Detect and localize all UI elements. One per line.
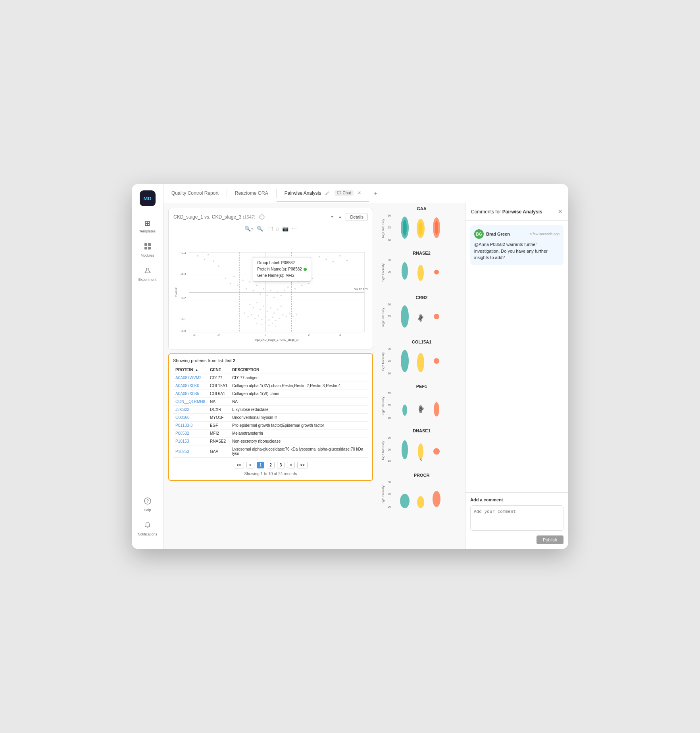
comment-user-name: Brad Green	[486, 232, 510, 236]
more-icon[interactable]: ⋯	[292, 226, 297, 232]
violin-procr: PROCR log2 Intensity 30 25 20	[381, 473, 462, 511]
sidebar-item-help[interactable]: ? Help	[134, 494, 161, 515]
svg-text:30: 30	[388, 347, 391, 350]
home-icon[interactable]: ⌂	[276, 226, 279, 232]
edit-icon[interactable]	[325, 191, 330, 196]
table-header-text: Showing proteins from list: list 2	[173, 358, 368, 363]
svg-text:25: 25	[388, 271, 391, 273]
svg-text:20: 20	[388, 372, 391, 375]
svg-point-84	[261, 319, 263, 320]
pagination-next[interactable]: >	[287, 462, 295, 468]
svg-point-35	[204, 259, 206, 260]
svg-point-56	[270, 290, 271, 292]
pagination-page-1[interactable]: 1	[257, 462, 265, 468]
sort-protein-icon[interactable]: ▲	[195, 368, 198, 372]
sidebar-item-modules[interactable]: Modules	[134, 240, 161, 261]
comments-spacer	[465, 270, 568, 493]
svg-point-54	[263, 288, 265, 290]
svg-text:0: 0	[265, 334, 266, 336]
protein-cell[interactable]: P01133-3	[173, 422, 208, 430]
main-content: Quality Control Report Reactome ORA Pair…	[163, 184, 568, 549]
svg-point-57	[273, 297, 275, 298]
tab-close-pairwise[interactable]: ✕	[358, 190, 361, 196]
zoom-in-icon[interactable]: 🔍+	[244, 226, 254, 232]
zoom-out-icon[interactable]: 🔍-	[257, 226, 265, 232]
comments-close-button[interactable]: ✕	[558, 208, 563, 215]
violin-col15a1: COL15A1 log2 Intensity 30 25 20	[381, 340, 462, 378]
violin-procr-title: PROCR	[381, 473, 462, 478]
tabs-bar: Quality Control Report Reactome ORA Pair…	[163, 184, 568, 203]
svg-point-153	[417, 496, 424, 508]
experiment-icon	[144, 267, 151, 276]
protein-cell[interactable]: O00160	[173, 414, 208, 422]
volcano-plot: 1e-4 1e-3 1e-2 1e-1 1e-0 P-Value	[173, 233, 368, 344]
svg-text:20: 20	[388, 239, 391, 242]
description-cell: Non-secretory ribonuclease	[230, 437, 368, 445]
pagination-page-2[interactable]: 2	[267, 462, 275, 468]
svg-point-100	[275, 326, 277, 327]
sort-up-icon[interactable]	[338, 215, 342, 219]
publish-button[interactable]: Publish	[537, 535, 563, 544]
protein-cell[interactable]: P08582	[173, 430, 208, 437]
protein-cell[interactable]: A0A087X0K0	[173, 382, 208, 390]
violin-dnase1-ylabel: log2 Intensity	[381, 441, 385, 460]
protein-cell[interactable]: J3KS22	[173, 406, 208, 414]
crosshair-icon[interactable]	[259, 214, 265, 220]
gene-cell: GAA	[208, 445, 230, 458]
select-icon[interactable]: ⬚	[268, 226, 273, 232]
protein-cell[interactable]: P10153	[173, 437, 208, 445]
tab-quality-control[interactable]: Quality Control Report	[163, 185, 227, 202]
violin-rnase2: RNASE2 log2 Intensity 30 25	[381, 251, 462, 289]
volcano-header: CKD_stage_1 vs. CKD_stage_3 (1547)	[173, 213, 368, 221]
sort-down-icon[interactable]	[330, 215, 335, 219]
tab-reactome[interactable]: Reactome ORA	[227, 185, 276, 202]
camera-icon[interactable]: 📷	[282, 226, 288, 232]
tab-pairwise[interactable]: Pairwise Analysis Chat ✕	[277, 184, 369, 202]
protein-cell[interactable]: P10253	[173, 445, 208, 458]
pagination-last[interactable]: >>	[297, 462, 308, 468]
svg-point-96	[261, 324, 263, 325]
chat-badge[interactable]: Chat	[335, 190, 353, 196]
svg-point-116	[434, 270, 439, 274]
sidebar-item-notifications[interactable]: Notifications	[134, 518, 161, 539]
svg-rect-1	[148, 243, 151, 246]
sidebar-item-templates[interactable]: ⊞ Templates	[134, 216, 161, 236]
add-comment-input[interactable]	[470, 505, 563, 531]
svg-text:15: 15	[388, 404, 391, 407]
details-button[interactable]: Details	[346, 213, 368, 221]
gene-cell: DCXR	[208, 406, 230, 414]
description-cell: Lysosomal alpha-glucosidase;76 kDa lysos…	[230, 445, 368, 458]
col-protein[interactable]: PROTEIN ▲	[173, 366, 208, 374]
svg-point-42	[339, 255, 341, 257]
violin-rnase2-svg: 30 25	[385, 257, 448, 289]
svg-text:30: 30	[388, 436, 391, 439]
svg-point-140	[434, 402, 439, 416]
svg-text:P-Value: P-Value	[175, 287, 177, 297]
svg-text:10: 10	[388, 416, 391, 419]
sidebar-nav: ⊞ Templates Modules	[134, 216, 161, 494]
tab-add-button[interactable]: +	[369, 184, 382, 203]
protein-cell[interactable]: CON__Q1RMN8	[173, 398, 208, 406]
tooltip-dot	[304, 268, 307, 271]
violin-dnase1-title: DNASE1	[381, 428, 462, 433]
comment-time: a few seconds ago	[530, 232, 560, 236]
svg-point-41	[333, 261, 334, 263]
sidebar-item-experiment-label: Experiment	[138, 278, 157, 282]
col-gene[interactable]: GENE	[208, 366, 230, 374]
protein-cell[interactable]: A0A087WVM2	[173, 374, 208, 382]
svg-point-52	[256, 285, 258, 286]
pagination-prev[interactable]: <	[246, 462, 254, 468]
svg-point-147	[421, 460, 422, 461]
pagination-first[interactable]: <<	[234, 462, 244, 468]
svg-point-97	[265, 322, 266, 324]
svg-point-87	[272, 317, 273, 318]
svg-text:20: 20	[388, 448, 391, 451]
sidebar-item-experiment[interactable]: Experiment	[134, 264, 161, 285]
svg-point-86	[268, 319, 270, 321]
pagination-page-3[interactable]: 3	[277, 462, 285, 468]
tab-pairwise-label: Pairwise Analysis	[285, 190, 321, 196]
table-row: A0A087X0S5 COL6A1 Collagen alpha-1(VI) c…	[173, 390, 368, 398]
svg-point-99	[272, 323, 273, 324]
col-description[interactable]: DESCRIPTION	[230, 366, 368, 374]
protein-cell[interactable]: A0A087X0S5	[173, 390, 208, 398]
